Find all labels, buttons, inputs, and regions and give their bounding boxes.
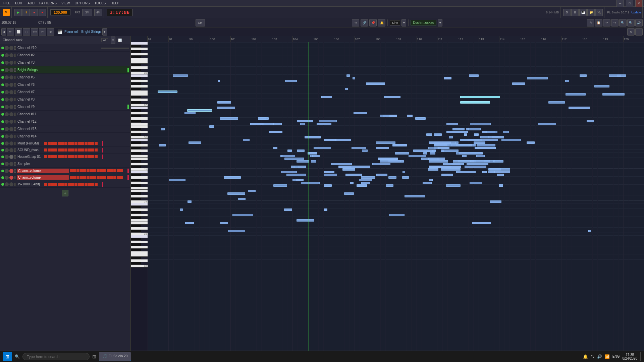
ch-name[interactable]: Channel #10 — [17, 46, 100, 50]
ch-mute-led[interactable] — [1, 47, 4, 49]
ch-mute-led[interactable] — [1, 61, 4, 64]
note[interactable] — [588, 230, 591, 232]
notification-icon[interactable]: 🔔 — [583, 354, 588, 359]
piano-key-D#3[interactable] — [131, 225, 141, 227]
piano-key-A#4[interactable] — [131, 174, 141, 176]
pattern-btn[interactable] — [117, 176, 120, 179]
note[interactable] — [378, 158, 398, 160]
pattern-btn[interactable] — [95, 155, 98, 158]
piano-key-A#3[interactable] — [131, 206, 141, 208]
note[interactable] — [258, 117, 269, 120]
ch-solo-btn[interactable] — [5, 176, 9, 180]
note[interactable] — [451, 166, 461, 168]
pattern-btn[interactable] — [91, 148, 94, 152]
note[interactable] — [380, 115, 390, 117]
note[interactable] — [490, 200, 501, 203]
ch-name[interactable]: Channel #6 — [17, 83, 129, 86]
note[interactable] — [376, 147, 389, 149]
note[interactable] — [566, 93, 586, 96]
pattern-btn[interactable] — [80, 176, 83, 179]
pr-minimize-btn[interactable]: ─ — [635, 28, 643, 36]
ch-options-btn[interactable] — [9, 46, 13, 50]
note[interactable] — [395, 152, 409, 155]
channel-rack-vol-btn[interactable]: 📊 — [118, 39, 122, 42]
pattern-btn[interactable] — [78, 148, 81, 152]
note[interactable] — [281, 171, 297, 173]
note[interactable] — [344, 192, 354, 195]
ch-mute-led[interactable] — [1, 54, 4, 57]
pattern-btn[interactable] — [71, 142, 74, 145]
maximize-button[interactable]: □ — [626, 0, 633, 7]
ch-options-btn[interactable] — [9, 169, 13, 173]
ch-name[interactable]: Channel #7 — [17, 90, 129, 94]
note[interactable] — [372, 163, 390, 165]
metronome-button[interactable]: 🔔 — [378, 19, 385, 26]
piano-key-E2[interactable] — [131, 254, 148, 257]
note[interactable] — [444, 77, 451, 79]
pattern-btn[interactable] — [64, 148, 67, 152]
piano-key-C#7[interactable] — [131, 101, 141, 104]
ch-options-btn[interactable] — [9, 61, 13, 65]
pattern-btn[interactable] — [97, 169, 100, 172]
note[interactable] — [407, 115, 413, 117]
note[interactable] — [609, 74, 626, 77]
pattern-btn[interactable] — [88, 155, 91, 158]
note[interactable] — [477, 144, 495, 146]
pattern-btn[interactable] — [88, 148, 91, 152]
piano-key-G7[interactable] — [131, 85, 148, 88]
pattern-btn[interactable] — [61, 155, 64, 158]
note[interactable] — [492, 136, 504, 138]
pr-dropdown[interactable]: ▼ — [102, 28, 107, 36]
ch-name[interactable]: Channel #2 — [17, 53, 129, 57]
ch-options-btn[interactable] — [9, 83, 13, 87]
ch-mute-led[interactable] — [1, 170, 4, 172]
transport-play-button[interactable]: ▶ — [14, 9, 22, 16]
ch-solo-btn[interactable] — [5, 162, 9, 166]
note[interactable] — [469, 74, 479, 77]
pattern-btn[interactable] — [103, 176, 106, 179]
note[interactable] — [464, 133, 467, 136]
piano-roll-btn[interactable]: 🎹 — [579, 9, 587, 16]
pattern-btn[interactable] — [44, 142, 47, 145]
pattern-btn[interactable] — [54, 183, 57, 186]
ch-solo-btn[interactable] — [5, 112, 9, 116]
note[interactable] — [209, 125, 214, 128]
ch-solo-btn[interactable] — [5, 90, 9, 94]
piano-key-G#4[interactable] — [131, 179, 141, 182]
note[interactable] — [159, 144, 166, 146]
note[interactable] — [217, 101, 231, 104]
ch-mute-led[interactable] — [1, 69, 4, 71]
note[interactable] — [512, 82, 525, 85]
note[interactable] — [217, 107, 235, 109]
note[interactable] — [462, 155, 467, 157]
note[interactable] — [456, 171, 476, 173]
ch-mute-led[interactable] — [1, 142, 4, 145]
piano-key-B7[interactable] — [131, 74, 148, 77]
start-button[interactable]: ⊞ — [3, 352, 12, 361]
piano-key-C#3[interactable] — [131, 230, 141, 233]
note[interactable] — [300, 123, 305, 125]
pattern-btn[interactable] — [85, 142, 88, 145]
note[interactable] — [602, 93, 625, 96]
pattern-btn[interactable] — [74, 183, 77, 186]
note[interactable] — [286, 174, 306, 176]
transport-record-button[interactable]: ● — [39, 9, 46, 16]
piano-key-F#2[interactable] — [131, 249, 141, 251]
show-desktop-btn[interactable] — [640, 352, 641, 361]
note[interactable] — [472, 222, 491, 224]
piano-key-G#5[interactable] — [131, 147, 141, 149]
note[interactable] — [470, 182, 482, 184]
note[interactable] — [331, 163, 352, 165]
ch-solo-btn[interactable] — [5, 61, 9, 65]
note[interactable] — [314, 147, 331, 149]
note[interactable] — [227, 192, 245, 195]
note-long[interactable] — [187, 109, 212, 112]
piano-key-A#7[interactable] — [131, 77, 141, 80]
ch-name-jv1080[interactable]: JV-1080 [64bit] — [17, 182, 44, 186]
piano-key-E7[interactable] — [131, 93, 148, 96]
fl-studio-taskbar-icon[interactable]: 🎵 FL Studio 20 — [99, 352, 131, 361]
piano-key-F#8[interactable] — [131, 56, 141, 58]
pattern-btn[interactable] — [71, 155, 74, 158]
pattern-btn[interactable] — [58, 155, 61, 158]
piano-key-D#4[interactable] — [131, 192, 141, 195]
